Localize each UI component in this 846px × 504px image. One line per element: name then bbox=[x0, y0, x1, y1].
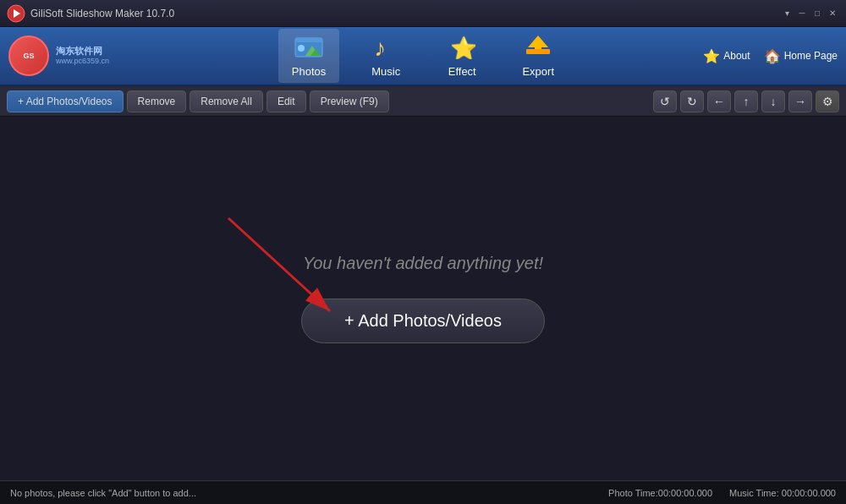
minimize-button[interactable]: ─ bbox=[795, 7, 809, 20]
remove-button[interactable]: Remove bbox=[127, 90, 187, 112]
nav-item-photos[interactable]: Photos bbox=[278, 29, 339, 83]
preview-button[interactable]: Preview (F9) bbox=[310, 90, 389, 112]
rotate-left-button[interactable]: ↺ bbox=[653, 90, 677, 112]
svg-point-4 bbox=[298, 45, 305, 52]
homepage-button[interactable]: 🏠 Home Page bbox=[764, 48, 838, 64]
nav-item-music[interactable]: ♪ Music bbox=[356, 29, 415, 83]
svg-rect-9 bbox=[526, 49, 550, 54]
move-up-button[interactable]: ↑ bbox=[734, 90, 758, 112]
move-left-button[interactable]: ← bbox=[707, 90, 731, 112]
edit-button[interactable]: Edit bbox=[266, 90, 306, 112]
status-times: Photo Time:00:00:00.000 Music Time: 00:0… bbox=[608, 488, 836, 498]
title-bar: GiliSoft Slideshow Maker 10.7.0 ▾ ─ □ ✕ bbox=[0, 0, 846, 27]
nav-items: Photos ♪ Music ⭐ Effect bbox=[178, 29, 668, 83]
nav-effect-label: Effect bbox=[448, 65, 476, 78]
music-time: Music Time: 00:00:00.000 bbox=[729, 488, 836, 498]
close-button[interactable]: ✕ bbox=[826, 7, 839, 20]
add-photos-videos-button[interactable]: + Add Photos/Videos bbox=[7, 90, 124, 112]
svg-marker-10 bbox=[528, 36, 548, 49]
main-content: You haven't added anything yet! + Add Ph… bbox=[0, 117, 846, 480]
about-label: About bbox=[723, 50, 750, 62]
empty-message: You haven't added anything yet! bbox=[303, 254, 543, 273]
nav-item-effect[interactable]: ⭐ Effect bbox=[432, 29, 492, 83]
window-controls: ▾ ─ □ ✕ bbox=[780, 7, 839, 20]
homepage-icon: 🏠 bbox=[764, 48, 781, 64]
add-photos-videos-main-button[interactable]: + Add Photos/Videos bbox=[301, 299, 545, 343]
logo-text: GS bbox=[23, 52, 34, 61]
settings-button[interactable]: ⚙ bbox=[816, 90, 839, 112]
move-down-button[interactable]: ↓ bbox=[761, 90, 785, 112]
app-logo-circle: GS bbox=[8, 36, 49, 76]
photos-icon bbox=[294, 34, 324, 63]
music-icon: ♪ bbox=[372, 34, 399, 63]
nav-bar: GS 淘东软件网 www.pc6359.cn Photos bbox=[0, 27, 846, 86]
svg-rect-3 bbox=[295, 38, 322, 42]
svg-text:⭐: ⭐ bbox=[450, 35, 475, 59]
app-logo bbox=[7, 4, 25, 23]
status-bar: No photos, please click "Add" button to … bbox=[0, 480, 846, 504]
move-right-button[interactable]: → bbox=[788, 90, 812, 112]
dropdown-arrow[interactable]: ▾ bbox=[780, 7, 794, 20]
photo-time: Photo Time:00:00:00.000 bbox=[608, 488, 712, 498]
export-icon bbox=[523, 34, 553, 63]
logo-subtitle: 淘东软件网 www.pc6359.cn bbox=[56, 45, 109, 67]
about-button[interactable]: ⭐ About bbox=[703, 48, 750, 64]
remove-all-button[interactable]: Remove All bbox=[190, 90, 263, 112]
nav-music-label: Music bbox=[371, 65, 400, 78]
effect-icon: ⭐ bbox=[448, 34, 475, 63]
action-bar: + Add Photos/Videos Remove Remove All Ed… bbox=[0, 86, 846, 117]
nav-right: ⭐ About 🏠 Home Page bbox=[668, 48, 838, 64]
status-message: No photos, please click "Add" button to … bbox=[10, 488, 608, 498]
nav-export-label: Export bbox=[522, 65, 554, 78]
maximize-button[interactable]: □ bbox=[810, 7, 824, 20]
about-icon: ⭐ bbox=[703, 48, 720, 64]
svg-text:♪: ♪ bbox=[374, 35, 386, 59]
nav-item-export[interactable]: Export bbox=[508, 29, 568, 83]
app-title: GiliSoft Slideshow Maker 10.7.0 bbox=[30, 8, 780, 19]
nav-photos-label: Photos bbox=[292, 65, 326, 78]
logo-area: GS 淘东软件网 www.pc6359.cn bbox=[8, 36, 178, 76]
rotate-right-button[interactable]: ↻ bbox=[680, 90, 704, 112]
homepage-label: Home Page bbox=[784, 50, 838, 62]
